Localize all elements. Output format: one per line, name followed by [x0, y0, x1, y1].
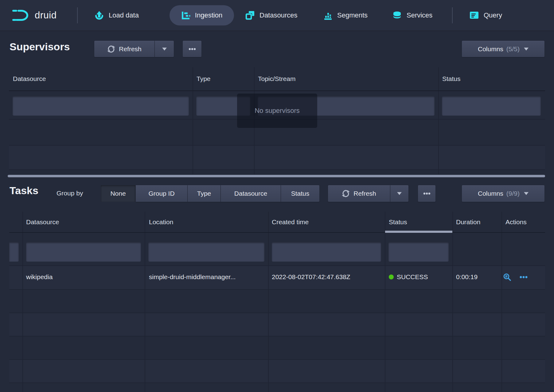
- refresh-label: Refresh: [119, 45, 142, 53]
- tasks-location-filter-input[interactable]: [148, 242, 264, 262]
- tasks-partial-column-filter-input[interactable]: [9, 242, 19, 262]
- nav-item-services[interactable]: Services: [392, 0, 432, 31]
- nav-item-label: Datasources: [259, 11, 298, 19]
- row-divider: [9, 289, 545, 290]
- column-divider: [438, 67, 439, 174]
- group-by-datasource-button[interactable]: Datasource: [221, 185, 281, 202]
- supervisors-refresh-button[interactable]: Refresh: [94, 41, 154, 57]
- nav-divider: [77, 7, 78, 23]
- ingestion-icon: [181, 11, 190, 20]
- column-header-status[interactable]: Status: [389, 218, 407, 226]
- refresh-icon: [107, 45, 115, 53]
- column-header-location[interactable]: Location: [149, 218, 173, 226]
- caret-down-icon: [524, 192, 529, 195]
- task-detail-search-icon[interactable]: [503, 273, 511, 281]
- supervisors-columns-button[interactable]: Columns (5/5): [462, 41, 544, 57]
- tasks-refresh-caret-button[interactable]: [390, 185, 408, 202]
- empty-message-text: No supervisors: [255, 107, 300, 115]
- tasks-more-button[interactable]: [418, 185, 435, 202]
- column-header-datasource[interactable]: Datasource: [13, 75, 46, 83]
- nav-item-query[interactable]: Query: [469, 0, 502, 31]
- column-header-created-time[interactable]: Created time: [272, 218, 309, 226]
- column-divider: [501, 212, 502, 392]
- columns-label: Columns: [478, 190, 503, 197]
- brand-name: druid: [35, 10, 57, 21]
- group-by-label: Group by: [57, 190, 83, 197]
- cell-status: SUCCESS: [397, 273, 428, 281]
- column-header-datasource[interactable]: Datasource: [26, 218, 59, 226]
- tasks-refresh-button[interactable]: Refresh: [328, 185, 390, 202]
- nav-divider: [452, 7, 453, 23]
- supervisors-title: Supervisors: [10, 41, 70, 53]
- row-divider: [9, 169, 545, 170]
- supervisors-datasource-filter-input[interactable]: [13, 96, 189, 116]
- datasources-icon: [245, 10, 255, 20]
- columns-count: (5/5): [506, 45, 520, 53]
- tasks-created-time-filter-input[interactable]: [272, 242, 381, 262]
- group-by-type-button[interactable]: Type: [188, 185, 220, 202]
- nav-item-datasources[interactable]: Datasources: [245, 0, 298, 31]
- column-header-status[interactable]: Status: [442, 75, 461, 83]
- caret-down-icon: [162, 48, 167, 51]
- sort-indicator-status: [385, 231, 452, 233]
- nav-item-label: Segments: [337, 11, 368, 19]
- supervisors-status-filter-input[interactable]: [442, 96, 541, 116]
- segments-icon: [323, 10, 333, 20]
- header-divider: [9, 232, 545, 233]
- cell-duration: 0:00:19: [456, 273, 478, 281]
- row-divider: [9, 145, 545, 146]
- tasks-datasource-filter-input[interactable]: [26, 242, 141, 262]
- nav-item-label: Services: [407, 11, 432, 19]
- cell-created-time: 2022-08-02T07:42:47.638Z: [272, 273, 350, 281]
- nav-item-label: Query: [484, 11, 502, 19]
- cell-location: simple-druid-middlemanager...: [149, 273, 236, 281]
- druid-logo-icon: [12, 8, 31, 23]
- section-splitter-handle[interactable]: [8, 175, 545, 177]
- table-row: [9, 359, 545, 382]
- status-dot: [389, 275, 394, 279]
- column-header-topic-stream[interactable]: Topic/Stream: [258, 75, 296, 83]
- column-header-actions[interactable]: Actions: [505, 218, 527, 226]
- services-icon: [392, 10, 402, 20]
- column-divider: [452, 212, 453, 392]
- group-by-group-id-button[interactable]: Group ID: [136, 185, 187, 202]
- group-by-button-group: None Group ID Type Datasource Status: [101, 185, 319, 202]
- tasks-title: Tasks: [10, 185, 38, 197]
- refresh-label: Refresh: [353, 190, 376, 197]
- column-divider: [145, 212, 145, 392]
- tasks-status-filter-input[interactable]: [388, 242, 449, 262]
- row-divider: [9, 265, 545, 266]
- group-by-status-button[interactable]: Status: [281, 185, 319, 202]
- table-row: [9, 313, 545, 336]
- nav-item-label: Load data: [109, 11, 139, 19]
- columns-count: (9/9): [506, 190, 520, 197]
- brand-logo[interactable]: druid: [12, 0, 57, 31]
- cell-datasource: wikipedia: [26, 273, 53, 281]
- nav-item-load-data[interactable]: Load data: [94, 0, 139, 31]
- supervisors-refresh-caret-button[interactable]: [155, 41, 174, 57]
- supervisors-more-button[interactable]: [183, 41, 201, 57]
- columns-label: Columns: [478, 45, 503, 53]
- column-header-duration[interactable]: Duration: [456, 218, 480, 226]
- top-nav: druid Load data Ingestion: [0, 0, 554, 31]
- row-divider: [9, 382, 545, 383]
- table-row: [9, 145, 545, 169]
- upload-icon: [94, 10, 104, 20]
- query-icon: [469, 11, 479, 20]
- nav-item-label: Ingestion: [195, 11, 222, 19]
- caret-down-icon: [397, 192, 402, 195]
- nav-item-ingestion[interactable]: Ingestion: [170, 5, 234, 25]
- refresh-icon: [342, 190, 350, 198]
- druid-console: druid Load data Ingestion: [0, 0, 554, 392]
- row-divider: [9, 359, 545, 360]
- tasks-columns-button[interactable]: Columns (9/9): [462, 185, 544, 202]
- group-by-none-button[interactable]: None: [101, 185, 135, 202]
- no-supervisors-message: No supervisors: [237, 94, 317, 128]
- nav-item-segments[interactable]: Segments: [323, 0, 368, 31]
- task-actions-more-icon[interactable]: [519, 273, 528, 281]
- row-divider: [9, 336, 545, 336]
- column-divider: [268, 212, 269, 392]
- column-header-type[interactable]: Type: [197, 75, 211, 83]
- column-divider: [193, 67, 193, 174]
- caret-down-icon: [524, 48, 529, 51]
